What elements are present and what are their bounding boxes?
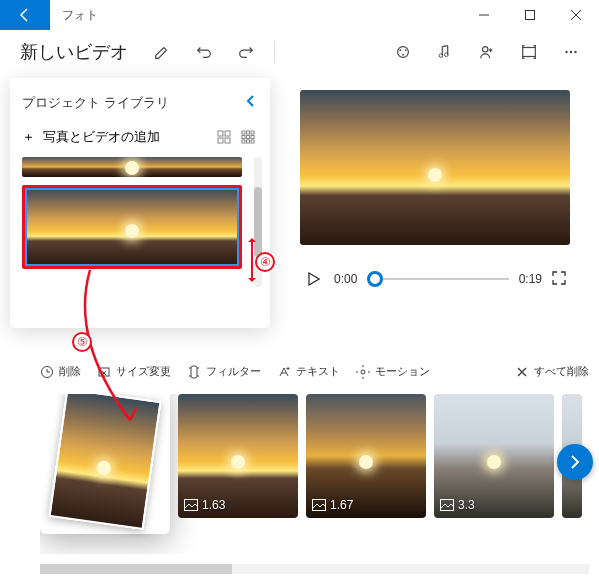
svg-rect-17 — [247, 131, 250, 134]
fullscreen-icon[interactable] — [552, 271, 566, 288]
seek-thumb[interactable] — [367, 271, 383, 287]
svg-point-1 — [398, 47, 409, 58]
more-icon[interactable] — [553, 34, 589, 70]
music-icon[interactable] — [427, 34, 463, 70]
motion-button[interactable]: モーション — [356, 364, 430, 379]
add-media-label: 写真とビデオの追加 — [43, 128, 160, 146]
minimize-button[interactable] — [461, 0, 507, 30]
image-icon — [312, 499, 326, 511]
collapse-chevron-icon[interactable] — [244, 92, 258, 113]
svg-rect-20 — [247, 136, 250, 139]
clip-duration: 1.63 — [202, 498, 225, 512]
svg-rect-19 — [242, 136, 245, 139]
new-video-button[interactable]: 新しいビデオ — [10, 36, 138, 68]
storyboard-clip[interactable]: 1.67 — [306, 394, 426, 518]
player-controls: 0:00 0:19 — [300, 269, 570, 289]
annotation-arrow — [40, 270, 210, 440]
people-icon[interactable] — [469, 34, 505, 70]
svg-point-7 — [483, 47, 488, 52]
svg-rect-16 — [242, 131, 245, 134]
svg-rect-15 — [225, 138, 230, 143]
svg-rect-21 — [251, 136, 254, 139]
titlebar: フォト — [0, 0, 599, 30]
app-title: フォト — [50, 7, 461, 24]
grid-large-icon[interactable] — [214, 127, 234, 147]
edit-icon[interactable] — [144, 34, 180, 70]
storyboard-clip[interactable]: 3.3 — [434, 394, 554, 518]
delete-all-button[interactable]: すべて削除 — [515, 364, 589, 379]
maximize-button[interactable] — [507, 0, 553, 30]
text-button[interactable]: テキスト — [277, 364, 340, 379]
svg-rect-12 — [218, 131, 223, 136]
plus-icon: ＋ — [22, 128, 35, 146]
library-thumbnail-selected[interactable] — [22, 185, 242, 269]
svg-point-28 — [361, 370, 365, 374]
svg-point-11 — [574, 51, 576, 53]
svg-rect-22 — [242, 140, 245, 143]
close-button[interactable] — [553, 0, 599, 30]
separator — [274, 41, 275, 63]
redo-icon[interactable] — [228, 34, 264, 70]
image-icon — [184, 499, 198, 511]
svg-rect-14 — [218, 138, 223, 143]
svg-point-10 — [570, 51, 572, 53]
svg-point-6 — [445, 53, 449, 57]
seek-slider[interactable] — [367, 278, 508, 280]
library-thumbnail[interactable] — [22, 157, 242, 177]
aspect-icon[interactable] — [511, 34, 547, 70]
main-toolbar: 新しいビデオ — [0, 30, 599, 74]
svg-rect-8 — [523, 48, 536, 57]
storyboard-scrollbar[interactable] — [40, 564, 589, 574]
theme-icon[interactable] — [385, 34, 421, 70]
svg-point-2 — [399, 49, 401, 51]
image-icon — [440, 499, 454, 511]
svg-point-9 — [565, 51, 567, 53]
annotation-arrow — [251, 240, 253, 280]
play-button[interactable] — [304, 269, 324, 289]
grid-small-icon[interactable] — [238, 127, 258, 147]
scroll-right-button[interactable] — [557, 444, 593, 480]
svg-point-3 — [405, 49, 407, 51]
library-scrollbar[interactable] — [254, 157, 262, 287]
svg-point-4 — [402, 54, 404, 56]
current-time: 0:00 — [334, 272, 357, 286]
svg-rect-24 — [251, 140, 254, 143]
svg-rect-18 — [251, 131, 254, 134]
library-title: プロジェクト ライブラリ — [22, 94, 169, 112]
svg-rect-23 — [247, 140, 250, 143]
undo-icon[interactable] — [186, 34, 222, 70]
back-button[interactable] — [0, 0, 50, 30]
clip-duration: 3.3 — [458, 498, 475, 512]
duration-time: 0:19 — [519, 272, 542, 286]
preview-area: 0:00 0:19 — [300, 90, 570, 289]
preview-image[interactable] — [300, 90, 570, 245]
svg-rect-0 — [526, 11, 535, 20]
clip-duration: 1.67 — [330, 498, 353, 512]
svg-rect-13 — [225, 131, 230, 136]
add-media-button[interactable]: ＋ 写真とビデオの追加 — [22, 128, 206, 146]
